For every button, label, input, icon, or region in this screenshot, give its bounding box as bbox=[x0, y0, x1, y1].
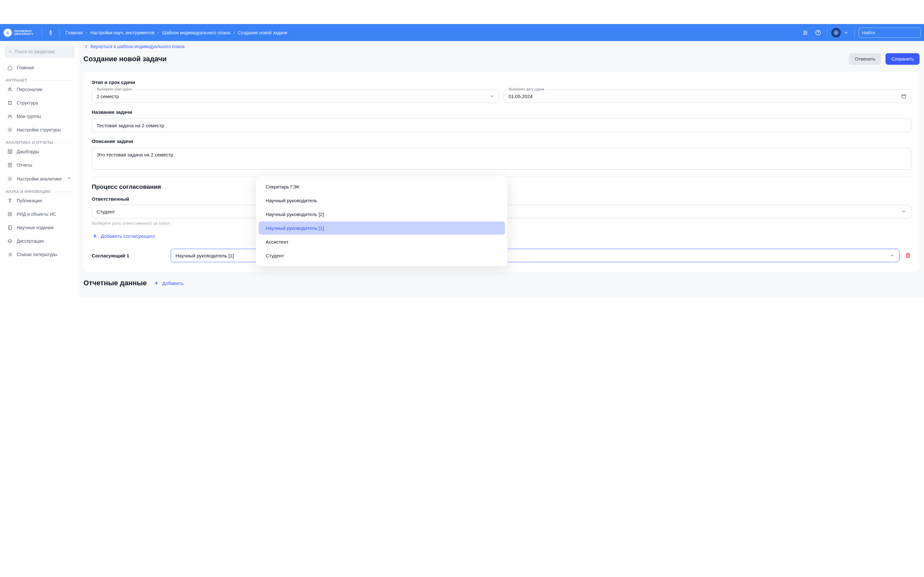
book-icon bbox=[7, 198, 13, 203]
sidebar-item-label: Публикации bbox=[17, 198, 42, 203]
sidebar-item-dissertations[interactable]: Диссертации bbox=[5, 234, 74, 248]
save-button[interactable]: Сохранить bbox=[885, 53, 919, 65]
avatar[interactable] bbox=[831, 28, 841, 37]
sidebar-item-reports[interactable]: Отчеты bbox=[5, 158, 74, 172]
pin-icon[interactable] bbox=[48, 30, 53, 35]
graduation-icon bbox=[7, 238, 13, 244]
sidebar-section-analytics: АНАЛИТИКА И ОТЧЕТЫ bbox=[5, 140, 74, 145]
list-icon bbox=[7, 251, 13, 258]
date-field-label: Выберите дату сдачи bbox=[507, 87, 545, 91]
sidebar-item-label: Научные издания bbox=[17, 225, 53, 230]
sidebar-item-label: Отчеты bbox=[17, 163, 32, 168]
svg-rect-23 bbox=[8, 226, 11, 229]
back-link[interactable]: Вернуться в шаблон индивидуального плана bbox=[83, 42, 919, 51]
top-search[interactable] bbox=[859, 27, 921, 38]
desc-label: Описание задачи bbox=[92, 139, 911, 144]
plus-icon: + bbox=[153, 280, 160, 286]
dropdown-option[interactable]: Ассистент bbox=[258, 235, 505, 248]
sidebar-search-input[interactable] bbox=[15, 49, 71, 54]
report-section-title: Отчетные данные bbox=[83, 279, 147, 287]
plus-icon: + bbox=[92, 233, 98, 239]
svg-point-5 bbox=[836, 32, 837, 33]
sidebar-item-label: Мои группы bbox=[17, 114, 41, 119]
sidebar-item-journals[interactable]: Научные издания bbox=[5, 221, 74, 234]
sidebar-item-label: Настройки структуры bbox=[17, 127, 61, 132]
dropdown-option[interactable]: Научный руководитель [1] bbox=[258, 221, 505, 235]
report-icon bbox=[7, 162, 13, 168]
chevron-down-icon bbox=[489, 93, 494, 99]
sidebar-item-label: Структура bbox=[17, 100, 38, 105]
logo-icon: S bbox=[3, 28, 12, 37]
breadcrumb-item-2[interactable]: Шаблон индивидуального плана bbox=[162, 30, 230, 35]
svg-rect-19 bbox=[10, 152, 12, 153]
approver1-label: Согласующий 1 bbox=[92, 253, 166, 258]
sidebar-item-persons[interactable]: Персоналии bbox=[5, 83, 74, 96]
breadcrumb-item-3[interactable]: Создание новой задачи bbox=[238, 30, 287, 35]
svg-point-14 bbox=[10, 115, 11, 117]
sidebar-item-groups[interactable]: Мои группы bbox=[5, 110, 74, 123]
sidebar-item-home[interactable]: Главная bbox=[5, 61, 74, 74]
sidebar-item-publications[interactable]: Публикации bbox=[5, 194, 74, 207]
sidebar-item-label: Списки литературы bbox=[17, 252, 57, 257]
chevron-up-icon bbox=[890, 253, 895, 258]
breadcrumb-item-1[interactable]: Настройки науч. инструментов bbox=[90, 30, 154, 35]
chevron-down-icon[interactable] bbox=[843, 30, 849, 35]
approver-dropdown: Секретарь ГЭКНаучный руководительНаучный… bbox=[256, 176, 507, 266]
delete-approver-button[interactable] bbox=[905, 252, 911, 259]
sidebar-search[interactable] bbox=[5, 45, 74, 58]
sidebar-item-structure[interactable]: Структура bbox=[5, 96, 74, 110]
page-title: Создание новой задачи bbox=[83, 55, 166, 63]
name-label: Название задачи bbox=[92, 109, 911, 115]
sidebar-item-label: Диссертации bbox=[17, 239, 44, 243]
svg-rect-18 bbox=[8, 152, 10, 153]
add-report-button[interactable]: + Добавить bbox=[153, 280, 184, 286]
settings-sliders-icon[interactable] bbox=[800, 27, 811, 38]
chevron-right-icon: › bbox=[86, 31, 87, 35]
main-content: Вернуться в шаблон индивидуального плана… bbox=[79, 41, 924, 297]
chevron-down-icon bbox=[901, 209, 906, 214]
sidebar-section-science: НАУКА И ИННОВАЦИИ bbox=[5, 189, 74, 194]
groups-icon bbox=[7, 113, 13, 119]
logo[interactable]: S SECHENOV UNIVERSITY bbox=[3, 28, 33, 37]
top-search-input[interactable] bbox=[862, 30, 918, 35]
logo-text: SECHENOV UNIVERSITY bbox=[14, 30, 33, 35]
help-icon[interactable] bbox=[813, 27, 823, 38]
task-form-card: Этап и срок сдачи Выберите этап сдачи 2 … bbox=[83, 72, 919, 272]
dropdown-option[interactable]: Секретарь ГЭК bbox=[258, 180, 505, 193]
sidebar-item-bibliography[interactable]: Списки литературы bbox=[5, 248, 74, 261]
cancel-button[interactable]: Отменить bbox=[849, 53, 881, 65]
sidebar-item-label: Настройки аналитики bbox=[17, 176, 61, 181]
task-desc-input[interactable] bbox=[92, 148, 911, 169]
chevron-right-icon: › bbox=[158, 31, 159, 35]
stage-field-label: Выберите этап сдачи bbox=[95, 87, 133, 91]
dropdown-option[interactable]: Научный руководитель bbox=[258, 194, 505, 207]
sidebar-item-structure-settings[interactable]: Настройки структуры bbox=[5, 123, 74, 137]
task-name-input[interactable] bbox=[92, 119, 911, 132]
svg-rect-16 bbox=[8, 150, 10, 151]
journal-icon bbox=[7, 225, 13, 230]
sidebar: Главная ИНТРАНЕТ Персоналии Структура Мо… bbox=[0, 41, 79, 297]
users-icon bbox=[7, 87, 13, 92]
svg-point-15 bbox=[9, 129, 11, 131]
sidebar-item-analytics-settings[interactable]: Настройки аналитики bbox=[5, 172, 74, 185]
chevron-down-icon bbox=[67, 176, 72, 182]
breadcrumb: Главная › Настройки науч. инструментов ›… bbox=[65, 30, 287, 35]
sidebar-item-label: Дашборды bbox=[17, 149, 39, 154]
dropdown-option[interactable]: Студент bbox=[258, 249, 505, 262]
svg-rect-24 bbox=[902, 95, 906, 98]
sidebar-section-intranet: ИНТРАНЕТ bbox=[5, 78, 74, 83]
dropdown-option[interactable]: Научный руководитель [2] bbox=[258, 208, 505, 221]
stage-select[interactable]: 2 семестр bbox=[92, 89, 499, 103]
sidebar-item-label: РИД и объекты ИС bbox=[17, 211, 56, 217]
chevron-right-icon: › bbox=[233, 31, 234, 35]
date-input[interactable]: 01.05.2024 bbox=[504, 89, 911, 103]
ip-icon bbox=[7, 211, 13, 217]
stage-section-label: Этап и срок сдачи bbox=[92, 79, 911, 85]
sidebar-item-ip[interactable]: РИД и объекты ИС bbox=[5, 207, 74, 221]
sidebar-item-label: Персоналии bbox=[17, 87, 42, 92]
dashboard-icon bbox=[7, 149, 13, 155]
sidebar-item-dashboards[interactable]: Дашборды bbox=[5, 145, 74, 158]
breadcrumb-item-0[interactable]: Главная bbox=[65, 30, 82, 35]
svg-rect-17 bbox=[10, 150, 12, 151]
structure-icon bbox=[7, 100, 13, 106]
